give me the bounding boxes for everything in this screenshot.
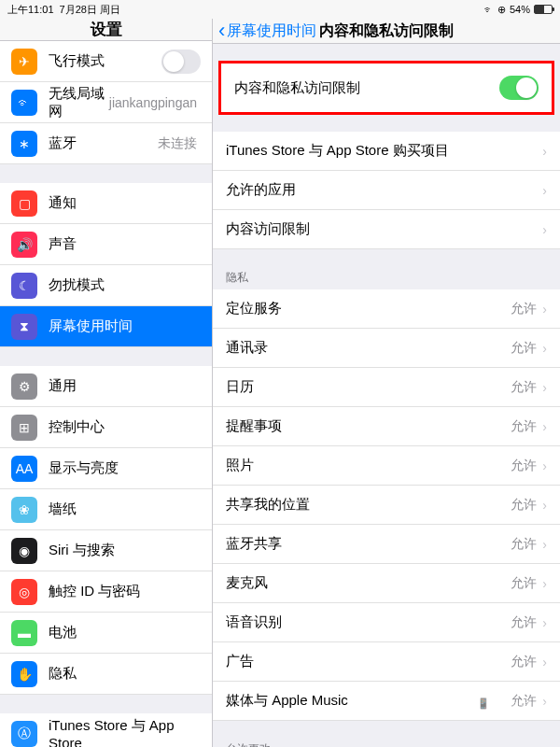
detail-row[interactable]: 蓝牙共享允许›: [213, 525, 560, 564]
detail-row[interactable]: iTunes Store 与 App Store 购买项目›: [213, 132, 560, 171]
detail-row-value: 允许: [511, 379, 537, 396]
detail-title: 内容和隐私访问限制: [319, 21, 454, 41]
sidebar-item-label: 通知: [49, 194, 201, 212]
detail-row-label: 内容访问限制: [226, 220, 542, 238]
battery-icon: [534, 5, 553, 14]
detail-row-value: 允许: [511, 575, 537, 592]
sidebar-item-触控 ID 与密码[interactable]: ◎触控 ID 与密码: [0, 571, 212, 613]
sidebar-item-声音[interactable]: 🔊声音: [0, 224, 212, 265]
detail-row-label: 允许的应用: [226, 181, 542, 199]
detail-row-label: 定位服务: [226, 300, 511, 317]
sidebar-item-label: 显示与亮度: [49, 459, 201, 477]
back-label: 屏幕使用时间: [227, 21, 316, 41]
sidebar-item-勿扰模式[interactable]: ☾勿扰模式: [0, 265, 212, 306]
detail-row[interactable]: 照片允许›: [213, 446, 560, 486]
sidebar-item-隐私[interactable]: ✋隐私: [0, 654, 212, 695]
sidebar-item-蓝牙[interactable]: ∗蓝牙未连接: [0, 123, 212, 164]
dnd-icon: ☾: [11, 273, 37, 299]
chevron-right-icon: ›: [542, 380, 547, 395]
detail-row-value: 允许: [511, 301, 537, 317]
section-header: 隐私: [213, 264, 560, 289]
sidebar-item-屏幕使用时间[interactable]: ⧗屏幕使用时间: [0, 306, 212, 347]
sidebar-item-通知[interactable]: ▢通知: [0, 183, 212, 224]
detail-row[interactable]: 允许的应用›: [213, 171, 560, 210]
sidebar-item-label: 电池: [49, 624, 201, 641]
detail-row[interactable]: 语音识别允许›: [213, 603, 560, 642]
sidebar-item-label: 屏幕使用时间: [49, 317, 201, 335]
restrictions-toggle-row[interactable]: 内容和隐私访问限制: [221, 63, 552, 112]
sidebar-item-label: 通用: [49, 377, 201, 395]
restrictions-toggle[interactable]: [499, 76, 539, 100]
sidebar-item-detail: jiankangpingan: [109, 95, 197, 110]
detail-row[interactable]: 定位服务允许›: [213, 289, 560, 329]
sidebar-item-飞行模式[interactable]: ✈飞行模式: [0, 41, 212, 82]
sidebar-item-label: 隐私: [49, 665, 201, 683]
detail-header: ‹ 屏幕使用时间 内容和隐私访问限制: [213, 19, 560, 44]
status-time: 上午11:01: [7, 3, 54, 17]
detail-row-label: 媒体与 Apple Music: [226, 692, 511, 710]
sidebar-item-label: 墙纸: [49, 500, 201, 518]
sidebar-item-label: 勿扰模式: [49, 276, 201, 294]
sidebar-item-iTunes Store 与 App Store[interactable]: ⒶiTunes Store 与 App Store: [0, 713, 212, 747]
detail-row-label: 提醒事项: [226, 417, 511, 435]
detail-row-value: 允许: [511, 458, 537, 474]
sidebar-item-label: Siri 与搜索: [49, 542, 201, 559]
sidebar-item-墙纸[interactable]: ❀墙纸: [0, 489, 212, 530]
detail-row[interactable]: 提醒事项允许›: [213, 407, 560, 446]
detail-row[interactable]: 麦克风允许›: [213, 564, 560, 603]
detail-row-value: 允许: [511, 418, 537, 435]
sidebar-item-无线局域网[interactable]: ᯤ无线局域网jiankangpingan: [0, 82, 212, 123]
detail-row-label: 广告: [226, 653, 511, 670]
highlight-box: 内容和隐私访问限制: [218, 61, 554, 115]
bluetooth-icon: ∗: [11, 131, 37, 157]
sidebar-item-label: 无线局域网: [49, 85, 109, 120]
detail-row-label: 麦克风: [226, 574, 511, 592]
control-icon: ⊞: [11, 415, 37, 441]
siri-icon: ◉: [11, 538, 37, 564]
touchid-icon: ◎: [11, 579, 37, 605]
status-bar: 上午11:01 7月28日 周日 ᯤ ⊕ 54%: [0, 0, 560, 19]
detail-row[interactable]: 共享我的位置允许›: [213, 486, 560, 525]
chevron-right-icon: ›: [542, 576, 547, 591]
sidebar-title: 设置: [0, 19, 212, 41]
chevron-right-icon: ›: [542, 537, 547, 552]
sidebar-item-label: 控制中心: [49, 418, 201, 436]
detail-row-value: 允许: [511, 614, 537, 631]
detail-row-label: 语音识别: [226, 613, 511, 631]
detail-pane: ‹ 屏幕使用时间 内容和隐私访问限制 内容和隐私访问限制 iTunes Stor…: [213, 19, 560, 747]
sound-icon: 🔊: [11, 232, 37, 258]
chevron-right-icon: ›: [542, 615, 547, 630]
detail-row[interactable]: 广告允许›: [213, 642, 560, 682]
wallpaper-icon: ❀: [11, 497, 37, 523]
detail-row-label: 共享我的位置: [226, 496, 511, 514]
detail-row-label: 通讯录: [226, 339, 511, 357]
chevron-right-icon: ›: [542, 183, 547, 198]
detail-row-label: iTunes Store 与 App Store 购买项目: [226, 142, 542, 160]
sidebar-item-显示与亮度[interactable]: AA显示与亮度: [0, 448, 212, 489]
display-icon: AA: [11, 456, 37, 482]
chevron-right-icon: ›: [542, 694, 547, 709]
sidebar: 设置 ✈飞行模式ᯤ无线局域网jiankangpingan∗蓝牙未连接▢通知🔊声音…: [0, 19, 213, 747]
detail-row-label: 日历: [226, 378, 511, 396]
sidebar-item-Siri 与搜索[interactable]: ◉Siri 与搜索: [0, 530, 212, 571]
sidebar-item-detail: 未连接: [158, 135, 197, 152]
sidebar-item-电池[interactable]: ▬电池: [0, 613, 212, 654]
screentime-icon: ⧗: [11, 314, 37, 340]
detail-row[interactable]: 日历允许›: [213, 368, 560, 407]
chevron-right-icon: ›: [542, 341, 547, 356]
chevron-right-icon: ›: [542, 498, 547, 513]
detail-row-value: 允许: [511, 693, 537, 710]
detail-row[interactable]: 通讯录允许›: [213, 329, 560, 368]
sidebar-item-label: 声音: [49, 235, 201, 253]
detail-row-label: 蓝牙共享: [226, 535, 511, 553]
notification-icon: ▢: [11, 190, 37, 217]
section-header: 允许更改：: [213, 736, 560, 747]
back-button[interactable]: ‹ 屏幕使用时间: [213, 19, 316, 43]
detail-row-value: 允许: [511, 654, 537, 670]
sidebar-item-控制中心[interactable]: ⊞控制中心: [0, 407, 212, 448]
toggle[interactable]: [161, 49, 201, 74]
sidebar-item-label: 蓝牙: [49, 134, 158, 152]
detail-row[interactable]: 媒体与 Apple Music允许›: [213, 682, 560, 721]
sidebar-item-通用[interactable]: ⚙通用: [0, 366, 212, 407]
detail-row[interactable]: 内容访问限制›: [213, 210, 560, 249]
